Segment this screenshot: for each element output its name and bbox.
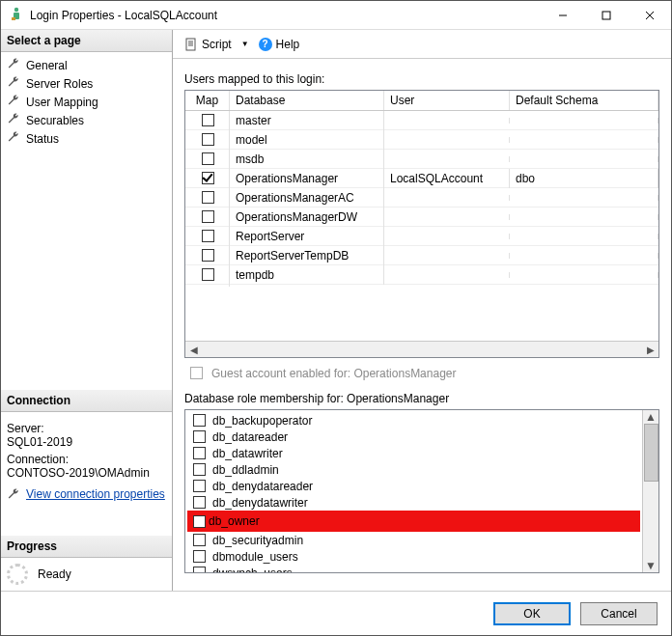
db-cell: OperationsManagerAC [230, 188, 384, 207]
map-checkbox[interactable] [202, 172, 214, 184]
role-checkbox[interactable] [193, 463, 206, 476]
role-item[interactable]: db_denydatawriter [187, 494, 640, 511]
role-checkbox[interactable] [193, 447, 206, 459]
map-checkbox[interactable] [202, 230, 214, 242]
map-checkbox[interactable] [202, 210, 214, 223]
table-row[interactable]: model [185, 130, 658, 150]
table-row[interactable]: OperationsManagerDW [185, 207, 658, 227]
wrench-icon [7, 487, 20, 501]
role-label: dwsynch_users [212, 567, 293, 573]
script-icon [184, 38, 198, 51]
map-checkbox[interactable] [202, 249, 214, 262]
table-row[interactable]: ReportServer [185, 227, 658, 246]
role-membership-list: db_backupoperatordb_datareaderdb_datawri… [184, 409, 659, 573]
login-properties-dialog: Login Properties - LocalSQLAccount Selec… [0, 0, 672, 636]
svg-rect-4 [602, 12, 610, 19]
table-row[interactable]: msdb [185, 150, 658, 169]
role-checkbox[interactable] [193, 550, 206, 563]
role-checkbox[interactable] [193, 480, 206, 492]
help-button[interactable]: ? Help [255, 36, 304, 53]
page-item-securables[interactable]: Securables [3, 111, 170, 129]
page-item-label: Securables [26, 114, 84, 127]
view-connection-properties-link[interactable]: View connection properties [7, 487, 166, 501]
minimize-button[interactable] [541, 1, 584, 29]
user-cell [384, 234, 510, 239]
role-checkbox[interactable] [193, 430, 206, 443]
user-cell: LocalSQLAccount [384, 169, 510, 188]
wrench-icon [7, 94, 20, 110]
progress-header: Progress [1, 536, 172, 558]
close-button[interactable] [628, 1, 671, 29]
cancel-button[interactable]: Cancel [580, 602, 658, 625]
app-icon [9, 6, 24, 24]
page-item-server-roles[interactable]: Server Roles [3, 74, 170, 93]
db-cell: model [230, 130, 384, 150]
connection-value: CONTOSO-2019\OMAdmin [7, 466, 166, 480]
col-default-schema[interactable]: Default Schema [510, 91, 658, 110]
page-item-status[interactable]: Status [3, 129, 170, 148]
connection-header: Connection [1, 390, 172, 412]
progress-status: Ready [38, 567, 71, 581]
schema-cell [510, 118, 658, 124]
role-item[interactable]: db_securityadmin [187, 532, 640, 548]
user-cell [384, 118, 510, 124]
map-checkbox[interactable] [202, 114, 214, 126]
script-button[interactable]: Script [181, 36, 236, 53]
user-cell [384, 272, 510, 278]
guest-account-label: Guest account enabled for: OperationsMan… [211, 367, 457, 380]
role-item[interactable]: db_backupoperator [187, 412, 640, 429]
wrench-icon [7, 75, 20, 92]
page-item-general[interactable]: General [3, 56, 170, 74]
role-checkbox[interactable] [193, 496, 206, 509]
roles-vscrollbar[interactable]: ▲▼ [642, 410, 658, 572]
table-row[interactable]: OperationsManagerLocalSQLAccountdbo [185, 169, 658, 188]
role-checkbox[interactable] [193, 567, 206, 572]
role-checkbox[interactable] [193, 414, 206, 427]
table-row[interactable]: tempdb [185, 265, 658, 285]
role-label: db_datawriter [212, 447, 283, 460]
role-checkbox[interactable] [193, 515, 206, 528]
map-checkbox[interactable] [202, 152, 214, 165]
page-item-label: Status [26, 132, 59, 146]
map-checkbox[interactable] [202, 191, 214, 204]
map-checkbox[interactable] [202, 133, 214, 146]
page-item-label: General [26, 59, 68, 72]
col-user[interactable]: User [384, 91, 510, 110]
role-item[interactable]: db_datawriter [187, 445, 640, 461]
db-cell: OperationsManagerDW [230, 207, 384, 227]
role-item[interactable]: db_denydatareader [187, 478, 640, 494]
sidebar: Select a page GeneralServer RolesUser Ma… [1, 30, 173, 591]
db-cell: OperationsManager [230, 169, 384, 188]
role-checkbox[interactable] [193, 534, 206, 546]
table-row[interactable]: OperationsManagerAC [185, 188, 658, 207]
user-cell [384, 156, 510, 162]
table-row[interactable]: ReportServerTempDB [185, 246, 658, 265]
server-value: SQL01-2019 [7, 435, 166, 449]
role-item-highlight[interactable]: db_owner [187, 511, 640, 532]
col-map[interactable]: Map [185, 91, 230, 110]
map-checkbox[interactable] [202, 268, 214, 281]
wrench-icon [7, 57, 20, 73]
role-item[interactable]: db_datareader [187, 429, 640, 445]
schema-cell [510, 272, 658, 278]
schema-cell [510, 253, 658, 259]
script-dropdown[interactable]: ▼ [241, 40, 249, 48]
role-label: db_securityadmin [212, 534, 303, 547]
db-cell: ReportServer [230, 227, 384, 246]
toolbar: Script ▼ ? Help [173, 30, 671, 59]
col-database[interactable]: Database [230, 91, 384, 110]
titlebar: Login Properties - LocalSQLAccount [1, 1, 671, 30]
server-label: Server: [7, 422, 166, 435]
role-item[interactable]: db_ddladmin [187, 461, 640, 478]
ok-button[interactable]: OK [493, 602, 571, 625]
roles-label: Database role membership for: Operations… [184, 392, 659, 405]
role-label: db_ddladmin [212, 463, 279, 477]
grid-hscrollbar[interactable]: ◀▶ [185, 341, 658, 357]
page-item-user-mapping[interactable]: User Mapping [3, 93, 170, 111]
users-mapped-label: Users mapped to this login: [184, 72, 659, 86]
table-row[interactable]: master [185, 111, 658, 130]
maximize-button[interactable] [584, 1, 628, 29]
role-item[interactable]: dbmodule_users [187, 548, 640, 565]
page-item-label: User Mapping [26, 96, 98, 109]
role-item[interactable]: dwsynch_users [187, 565, 640, 572]
